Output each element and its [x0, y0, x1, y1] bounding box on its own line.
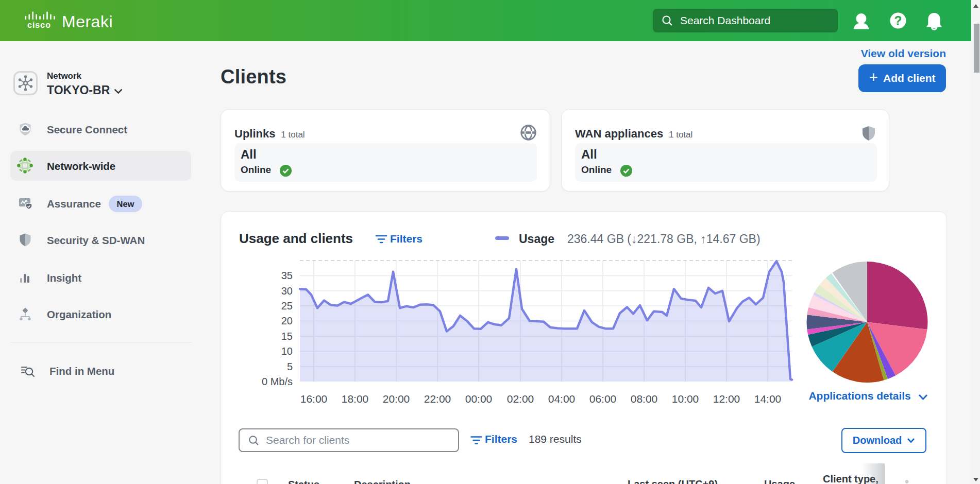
svg-text:?: ?: [894, 13, 902, 28]
